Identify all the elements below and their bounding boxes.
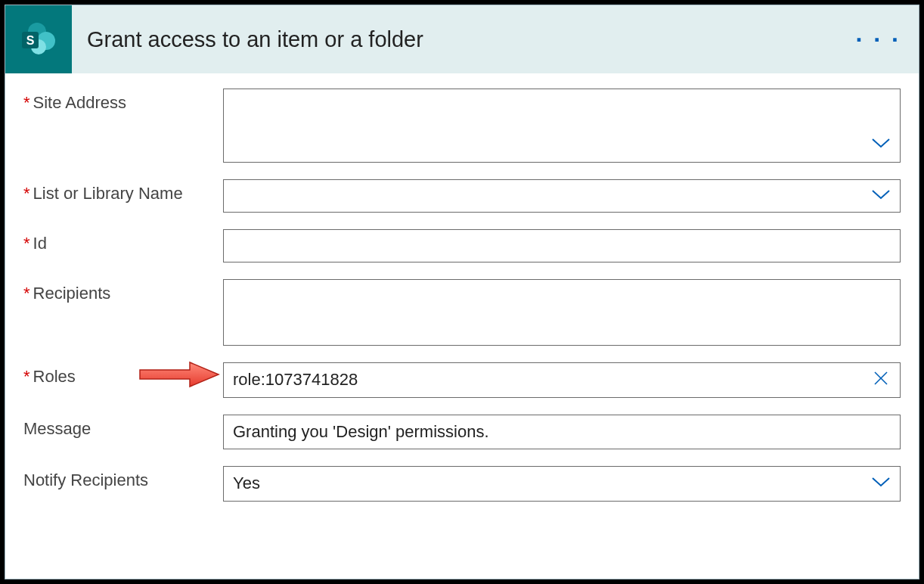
required-marker: * <box>23 367 30 387</box>
label-roles: * Roles <box>23 362 223 387</box>
required-marker: * <box>23 184 30 203</box>
card-title: Grant access to an item or a folder <box>87 27 423 52</box>
label-text: Notify Recipients <box>23 471 148 490</box>
label-id: * Id <box>23 229 223 253</box>
close-icon <box>873 368 889 392</box>
label-message: Message <box>23 415 223 439</box>
notify-value: Yes <box>233 474 260 492</box>
label-text: Site Address <box>33 93 127 113</box>
label-recipients: * Recipients <box>23 279 223 303</box>
card-body: * Site Address * <box>5 73 919 579</box>
notify-dropdown-button[interactable] <box>870 473 891 494</box>
label-text: List or Library Name <box>33 184 183 203</box>
row-id: * Id <box>23 229 901 262</box>
sharepoint-icon: S <box>5 5 72 73</box>
roles-input[interactable]: role:1073741828 <box>223 362 901 398</box>
row-recipients: * Recipients <box>23 279 901 346</box>
required-marker: * <box>23 284 30 303</box>
chevron-down-icon <box>871 188 891 203</box>
row-site-address: * Site Address <box>23 89 901 163</box>
site-address-dropdown-button[interactable] <box>870 134 891 155</box>
message-value: Granting you 'Design' permissions. <box>233 422 489 441</box>
label-notify: Notify Recipients <box>23 466 223 490</box>
recipients-input[interactable] <box>223 279 901 346</box>
row-list-name: * List or Library Name <box>23 179 901 213</box>
id-input[interactable] <box>223 229 901 262</box>
action-card: S Grant access to an item or a folder · … <box>5 5 919 579</box>
chevron-down-icon <box>871 137 891 152</box>
required-marker: * <box>23 234 30 253</box>
site-address-input[interactable] <box>223 89 901 163</box>
annotation-arrow <box>137 359 222 390</box>
message-input[interactable]: Granting you 'Design' permissions. <box>223 415 901 450</box>
row-notify: Notify Recipients Yes <box>23 466 901 502</box>
label-site-address: * Site Address <box>23 89 223 113</box>
list-name-dropdown-button[interactable] <box>870 185 891 207</box>
roles-clear-button[interactable] <box>870 369 891 390</box>
svg-text:S: S <box>26 34 35 47</box>
required-marker: * <box>23 93 30 113</box>
label-text: Message <box>23 419 91 439</box>
label-text: Roles <box>33 367 76 387</box>
row-roles: * Roles <box>23 362 901 398</box>
label-list-name: * List or Library Name <box>23 179 223 203</box>
chevron-down-icon <box>871 476 891 491</box>
list-name-input[interactable] <box>223 179 901 213</box>
row-message: Message Granting you 'Design' permission… <box>23 415 901 450</box>
notify-input[interactable]: Yes <box>223 466 901 502</box>
more-menu-button[interactable]: · · · <box>856 27 901 51</box>
label-text: Id <box>33 234 47 253</box>
roles-value: role:1073741828 <box>233 370 358 389</box>
card-header: S Grant access to an item or a folder · … <box>5 5 919 73</box>
ellipsis-icon: · · · <box>856 26 901 53</box>
label-text: Recipients <box>33 284 111 303</box>
